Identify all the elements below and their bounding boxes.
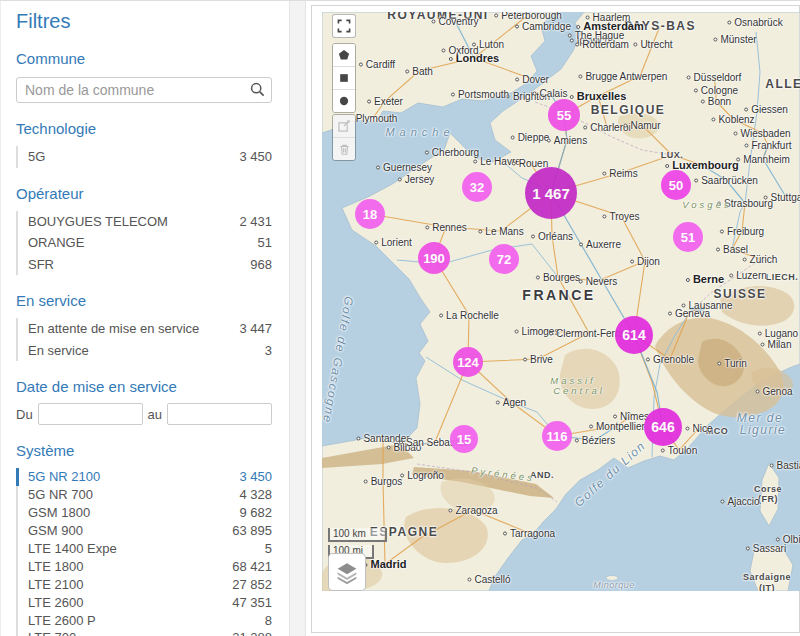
filter-item-label: LTE 2100 (28, 577, 83, 592)
cluster-marker-15[interactable]: 15 (450, 425, 478, 453)
technologie-heading: Technologie (16, 120, 272, 137)
filter-item-en-attente-de-mise-en-service[interactable]: En attente de mise en service3 447 (16, 318, 272, 340)
filter-item-lte-1400-expe[interactable]: LTE 1400 Expe5 (16, 540, 272, 558)
edit-shapes-button[interactable] (333, 115, 355, 138)
filter-item-label: ORANGE (28, 235, 84, 250)
filter-item-count: 63 895 (232, 523, 272, 538)
technologie-list: 5G3 450 (16, 146, 272, 168)
filter-item-5g-nr-700[interactable]: 5G NR 7004 328 (16, 486, 272, 504)
draw-polygon-button[interactable] (333, 44, 355, 67)
rectangle-icon (337, 71, 351, 85)
filter-item-label: BOUYGUES TELECOM (28, 214, 168, 229)
cluster-marker-190[interactable]: 190 (418, 242, 450, 274)
scale-km: 100 km (328, 528, 387, 542)
filter-item-count: 4 328 (239, 487, 272, 502)
commune-search (16, 77, 272, 103)
filter-item-label: LTE 700 (28, 630, 76, 636)
edit-icon (337, 119, 351, 133)
sidebar-scrollbar[interactable] (289, 1, 306, 636)
circle-icon (337, 94, 351, 108)
filter-item-label: GSM 1800 (28, 505, 90, 520)
filter-item-5g-nr-2100[interactable]: 5G NR 21003 450 (16, 468, 272, 486)
filter-item-count: 47 351 (232, 595, 272, 610)
cluster-marker-124[interactable]: 124 (453, 347, 483, 377)
systeme-heading: Système (16, 442, 272, 459)
filter-item-label: GSM 900 (28, 523, 83, 538)
filter-item-lte-700[interactable]: LTE 70031 288 (16, 629, 272, 636)
filter-item-label: 5G NR 700 (28, 487, 93, 502)
filter-item-label: SFR (28, 257, 54, 272)
date-to-input[interactable] (167, 403, 272, 425)
filter-item-count: 2 431 (239, 214, 272, 229)
date-from-input[interactable] (38, 403, 143, 425)
filter-item-lte-2600[interactable]: LTE 260047 351 (16, 593, 272, 611)
filter-item-count: 968 (250, 257, 272, 272)
filter-item-5g[interactable]: 5G3 450 (16, 146, 272, 168)
search-icon (250, 82, 265, 101)
delete-shapes-button[interactable] (333, 138, 355, 160)
cluster-marker-55[interactable]: 55 (548, 99, 580, 131)
filter-item-label: 5G (28, 149, 45, 164)
filter-item-lte-1800[interactable]: LTE 180068 421 (16, 557, 272, 575)
cluster-marker-1467[interactable]: 1 467 (525, 167, 577, 219)
layers-control-button[interactable] (328, 553, 366, 591)
filter-item-en-service[interactable]: En service3 (16, 340, 272, 362)
filter-item-sfr[interactable]: SFR968 (16, 254, 272, 276)
filter-item-count: 5 (265, 541, 272, 556)
en-service-list: En attente de mise en service3 447En ser… (16, 318, 272, 361)
filter-item-label: En service (28, 343, 89, 358)
en-service-heading: En service (16, 292, 272, 309)
draw-rectangle-button[interactable] (333, 67, 355, 90)
fullscreen-button[interactable] (332, 14, 356, 38)
cluster-marker-72[interactable]: 72 (489, 244, 519, 274)
cluster-marker-32[interactable]: 32 (462, 172, 492, 202)
cluster-marker-50[interactable]: 50 (661, 170, 691, 200)
edit-toolbar (332, 114, 356, 161)
filter-item-count: 68 421 (232, 559, 272, 574)
date-mise-en-service-heading: Date de mise en service (16, 378, 272, 395)
filter-item-label: LTE 2600 P (28, 613, 96, 628)
filter-item-lte-2100[interactable]: LTE 210027 852 (16, 575, 272, 593)
sidebar-title: Filtres (16, 10, 272, 33)
filter-item-count: 27 852 (232, 577, 272, 592)
filter-item-gsm-1800[interactable]: GSM 18009 682 (16, 504, 272, 522)
map-panel: ROYAUME-UNIPAYS-BASBELGIQUEALLEMAGNEFRAN… (311, 5, 800, 633)
fullscreen-icon (336, 18, 352, 34)
systeme-list: 5G NR 21003 4505G NR 7004 328GSM 18009 6… (16, 468, 272, 636)
filter-item-count: 9 682 (239, 505, 272, 520)
trash-icon (338, 143, 351, 156)
filters-sidebar: Filtres Commune Technologie 5G3 450 Opér… (0, 1, 289, 636)
page: Filtres Commune Technologie 5G3 450 Opér… (0, 0, 800, 636)
filter-item-count: 8 (265, 613, 272, 628)
filter-item-label: LTE 1800 (28, 559, 83, 574)
cluster-marker-614[interactable]: 614 (615, 316, 653, 354)
date-range: Du au (16, 403, 272, 425)
filter-item-label: En attente de mise en service (28, 321, 199, 336)
filter-item-count: 3 450 (239, 149, 272, 164)
layers-icon (334, 559, 360, 585)
filter-item-label: LTE 2600 (28, 595, 83, 610)
filter-item-count: 31 288 (232, 630, 272, 636)
commune-search-input[interactable] (16, 77, 272, 103)
filter-item-count: 3 447 (239, 321, 272, 336)
operateur-heading: Opérateur (16, 185, 272, 202)
draw-circle-button[interactable] (333, 90, 355, 112)
cluster-marker-116[interactable]: 116 (542, 421, 572, 451)
date-to-label: au (148, 407, 162, 422)
cluster-marker-646[interactable]: 646 (644, 408, 682, 446)
filter-item-bouygues-telecom[interactable]: BOUYGUES TELECOM2 431 (16, 211, 272, 233)
filter-item-lte-2600-p[interactable]: LTE 2600 P8 (16, 611, 272, 629)
cluster-marker-51[interactable]: 51 (673, 222, 703, 252)
filter-item-count: 3 (265, 343, 272, 358)
cluster-marker-18[interactable]: 18 (355, 199, 385, 229)
date-from-label: Du (16, 407, 33, 422)
operateur-list: BOUYGUES TELECOM2 431ORANGE51SFR968 (16, 211, 272, 276)
filter-item-orange[interactable]: ORANGE51 (16, 232, 272, 254)
filter-item-count: 3 450 (239, 469, 272, 484)
draw-toolbar (332, 43, 356, 113)
polygon-icon (337, 48, 351, 62)
filter-item-gsm-900[interactable]: GSM 90063 895 (16, 522, 272, 540)
map-canvas[interactable]: ROYAUME-UNIPAYS-BASBELGIQUEALLEMAGNEFRAN… (322, 12, 800, 591)
filter-item-count: 51 (258, 235, 272, 250)
commune-heading: Commune (16, 50, 272, 67)
